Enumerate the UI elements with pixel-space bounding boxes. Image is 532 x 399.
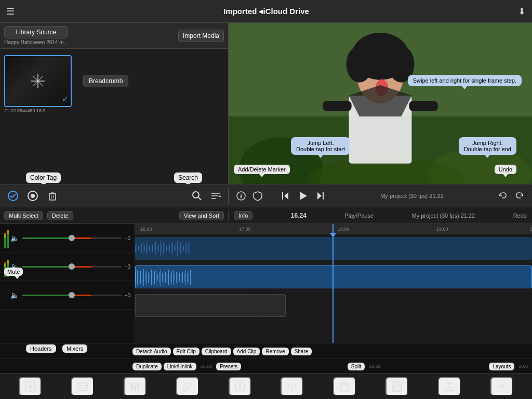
headers-tooltip: Headers (26, 344, 56, 353)
svg-rect-95 (164, 271, 164, 284)
upper-section: Library Source Happy Halloween 2014 m...… (0, 23, 532, 184)
edit-tool-icon (181, 380, 194, 393)
svg-rect-133 (392, 382, 402, 391)
tooltip-swipe-frames: Swipe left and right for single frame st… (408, 75, 522, 86)
svg-rect-86 (150, 274, 150, 281)
svg-rect-42 (137, 242, 137, 255)
delete-label[interactable]: Delete (47, 211, 73, 220)
audio-mixer-icon (129, 380, 141, 393)
svg-rect-76 (190, 242, 190, 255)
svg-line-29 (198, 197, 201, 200)
redo-label: Redo (513, 212, 527, 219)
skip-back-icon (280, 190, 291, 202)
svg-rect-75 (188, 243, 189, 254)
svg-rect-46 (143, 241, 143, 256)
clipboard-tooltip[interactable]: Clipboard (202, 348, 231, 355)
detach-audio-tooltip[interactable]: Detach Audio (132, 348, 171, 355)
svg-rect-88 (153, 273, 153, 282)
video-preview: Swipe left and right for single frame st… (229, 23, 532, 184)
fader-row-1 (22, 237, 122, 239)
library-panel: Library Source Happy Halloween 2014 m...… (0, 23, 229, 184)
add-marker-bottom-button[interactable] (229, 377, 251, 396)
speaker-icon-1: 🔈 (10, 234, 19, 242)
svg-rect-108 (184, 274, 184, 281)
import-media-button[interactable]: Import Media (178, 30, 224, 42)
svg-rect-84 (147, 271, 147, 284)
undo-button[interactable] (495, 189, 511, 203)
add-delete-marker-tooltip: Add/Delete Marker (234, 165, 290, 174)
svg-rect-66 (174, 246, 175, 250)
play-button[interactable] (294, 188, 312, 204)
timeline-ruler: 16.00 17.00 18.00 19.00 20.00 (135, 224, 532, 234)
fader-knob-1[interactable] (69, 235, 75, 241)
info-button[interactable] (233, 189, 249, 203)
audio-mixer-button[interactable] (124, 377, 147, 396)
svg-rect-91 (157, 274, 158, 281)
mixers-tooltip: Mixers (62, 344, 87, 353)
view-sort-label[interactable]: View and Sort (179, 211, 224, 220)
shield-button[interactable] (249, 189, 266, 203)
skip-back-button[interactable] (276, 188, 294, 204)
duplicate-tooltip[interactable]: Duplicate (132, 363, 162, 370)
add-clip-tooltip[interactable]: Add Clip (233, 348, 260, 355)
jump-left-text: Jump Left.Double-tap for start (296, 140, 345, 152)
share-bottom-button[interactable] (438, 377, 461, 396)
undo-icon (498, 191, 508, 201)
timeline-view-button[interactable] (71, 377, 94, 396)
bottom-toolbar (0, 373, 532, 399)
link-unlink-tooltip[interactable]: Link/Unlink (164, 363, 196, 370)
svg-rect-61 (166, 246, 167, 251)
menu-icon[interactable]: ☰ (6, 6, 15, 17)
svg-rect-85 (148, 272, 149, 283)
svg-rect-78 (137, 270, 138, 285)
playhead[interactable] (332, 224, 334, 343)
redo-button[interactable] (511, 189, 528, 203)
delete-button[interactable] (44, 188, 61, 204)
share-tooltip[interactable]: Share (291, 348, 312, 355)
check-button[interactable] (4, 188, 22, 204)
add-marker-icon (234, 380, 246, 393)
library-content: ✓ 21.22 854x480 16:9 Breadcrumb (0, 49, 228, 117)
split-tooltip[interactable]: Split (348, 363, 365, 370)
breadcrumb-button[interactable]: Breadcrumb (83, 75, 128, 87)
track-3-controls: Mute 🔈 +0 (0, 281, 135, 310)
edit-clip-tooltip[interactable]: Edit Clip (173, 348, 200, 355)
time-label-17: 17.00 (239, 227, 251, 232)
remove-tooltip[interactable]: Remove (262, 348, 288, 355)
search-button[interactable] (189, 189, 205, 203)
video-thumbnail[interactable]: ✓ (4, 55, 72, 107)
layouts-tooltip[interactable]: Layouts (489, 363, 514, 370)
fader-knob-2[interactable] (69, 263, 75, 270)
info-label[interactable]: Info (234, 211, 252, 220)
skip-forward-button[interactable] (312, 188, 329, 204)
svg-rect-56 (158, 244, 159, 252)
settings-button[interactable] (490, 377, 513, 396)
view-sort-button[interactable] (207, 189, 224, 203)
svg-rect-92 (159, 272, 159, 283)
video-content-svg (229, 23, 532, 184)
svg-rect-93 (161, 269, 161, 286)
split-bottom-button[interactable] (281, 377, 303, 396)
speaker-icon-3: 🔈 (10, 291, 19, 299)
svg-rect-106 (181, 271, 181, 284)
presets-tooltip[interactable]: Presets (216, 363, 241, 370)
bottom-tooltip-row: Help and Settings Headers Mixers Detach … (0, 343, 532, 358)
svg-point-12 (347, 46, 373, 82)
multiselect-label[interactable]: Multi Select (4, 211, 43, 220)
library-source-button[interactable]: Library Source (4, 26, 68, 38)
add-library-button[interactable] (19, 377, 42, 396)
edit-tool-button[interactable] (176, 377, 199, 396)
svg-rect-107 (182, 272, 183, 283)
fader-knob-3[interactable] (69, 292, 75, 298)
svg-rect-77 (136, 272, 136, 283)
timeline-left-controls: 🔈 +0 🔈 (0, 224, 135, 343)
svg-rect-123 (134, 387, 136, 390)
delete-bottom-button[interactable] (333, 377, 356, 396)
redo-icon (514, 191, 525, 201)
video-check-icon: ✓ (62, 94, 69, 104)
track-2-db: +0 (125, 264, 130, 270)
radio-button-button[interactable] (24, 188, 42, 204)
save-button[interactable] (385, 377, 408, 396)
svg-rect-105 (179, 273, 180, 282)
download-icon[interactable]: ⬇ (518, 6, 526, 17)
